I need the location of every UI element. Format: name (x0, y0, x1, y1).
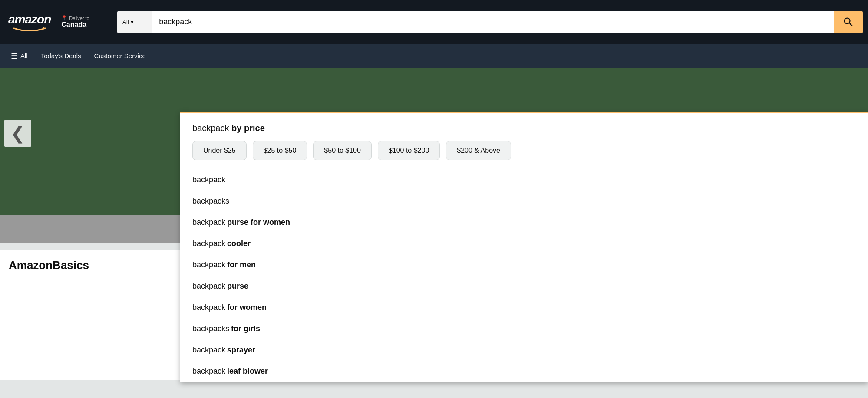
suggestion-7-regular: backpacks (192, 324, 229, 333)
suggestion-purse[interactable]: backpack purse (180, 276, 868, 297)
carousel-prev-button[interactable]: ❮ (4, 120, 31, 147)
deliver-to-box[interactable]: 📍 Deliver to Canada (57, 13, 114, 31)
page-background: ❮ AmazonBasics backpack by price Under $… (0, 68, 868, 398)
suggestion-5-bold: purse (227, 282, 248, 291)
nav-bar: ☰ All Today's Deals Customer Service (0, 44, 868, 68)
amazon-basics-title: AmazonBasics (9, 259, 182, 272)
price-btn-50-100[interactable]: $50 to $100 (313, 141, 372, 160)
suggestion-cooler[interactable]: backpack cooler (180, 233, 868, 254)
suggestion-5-regular: backpack (192, 282, 225, 291)
nav-todays-deals-label: Today's Deals (41, 52, 81, 59)
search-category-dropdown[interactable]: All ▾ (117, 11, 152, 33)
chevron-down-icon: ▾ (131, 19, 134, 25)
search-bar: All ▾ (117, 11, 863, 33)
suggestion-0-regular: backpack (192, 175, 225, 184)
suggestion-sprayer[interactable]: backpack sprayer (180, 339, 868, 361)
deliver-label: Deliver to (69, 16, 89, 21)
price-btn-under-25[interactable]: Under $25 (192, 141, 247, 160)
price-btn-100-200[interactable]: $100 to $200 (378, 141, 440, 160)
suggestion-purse-women[interactable]: backpack purse for women (180, 212, 868, 233)
deliver-country: Canada (61, 21, 86, 29)
suggestion-9-regular: backpack (192, 367, 225, 376)
search-input[interactable] (152, 11, 834, 33)
search-button[interactable] (834, 11, 863, 33)
suggestion-4-bold: for men (227, 260, 256, 270)
price-buttons-container: Under $25 $25 to $50 $50 to $100 $100 to… (192, 141, 856, 160)
search-dropdown: backpack by price Under $25 $25 to $50 $… (180, 112, 868, 382)
logo-smile-icon (12, 26, 47, 31)
price-section: backpack by price Under $25 $25 to $50 $… (180, 113, 868, 169)
price-section-title: backpack by price (192, 123, 856, 133)
suggestions-list: backpack backpacks backpack purse for wo… (180, 169, 868, 382)
suggestion-6-bold: for women (227, 303, 267, 312)
logo-text: amazon (8, 13, 51, 26)
suggestion-7-bold: for girls (231, 324, 260, 333)
suggestion-9-bold: leaf blower (227, 367, 268, 376)
nav-todays-deals[interactable]: Today's Deals (35, 48, 87, 63)
price-btn-25-50[interactable]: $25 to $50 (253, 141, 307, 160)
amazon-basics-card: AmazonBasics (0, 250, 191, 380)
suggestion-2-bold: purse for women (227, 218, 290, 227)
search-category-label: All (122, 19, 129, 25)
price-title-bold: by price (231, 123, 265, 133)
suggestion-backpack[interactable]: backpack (180, 169, 868, 191)
hamburger-icon: ☰ (11, 51, 18, 61)
suggestion-2-regular: backpack (192, 218, 225, 227)
suggestion-8-regular: backpack (192, 345, 225, 355)
suggestion-leaf-blower[interactable]: backpack leaf blower (180, 361, 868, 382)
nav-all[interactable]: ☰ All (5, 47, 33, 65)
suggestion-3-regular: backpack (192, 239, 225, 248)
suggestion-3-bold: cooler (227, 239, 251, 248)
nav-customer-service-label: Customer Service (94, 52, 146, 59)
suggestion-1-regular: backpacks (192, 197, 229, 206)
location-icon: 📍 (61, 15, 67, 21)
suggestion-8-bold: sprayer (227, 345, 255, 355)
suggestion-for-men[interactable]: backpack for men (180, 254, 868, 276)
amazon-logo[interactable]: amazon (5, 11, 54, 33)
suggestion-for-women[interactable]: backpack for women (180, 297, 868, 318)
deliver-top: 📍 Deliver to (61, 15, 89, 21)
header: amazon 📍 Deliver to Canada All ▾ (0, 0, 868, 44)
nav-customer-service[interactable]: Customer Service (89, 48, 152, 63)
suggestion-backpacks[interactable]: backpacks (180, 191, 868, 212)
price-btn-200-above[interactable]: $200 & Above (446, 141, 511, 160)
suggestion-4-regular: backpack (192, 260, 225, 270)
price-title-regular: backpack (192, 123, 231, 133)
suggestion-for-girls[interactable]: backpacks for girls (180, 318, 868, 339)
suggestion-6-regular: backpack (192, 303, 225, 312)
nav-all-label: All (20, 52, 28, 59)
search-icon (842, 16, 855, 28)
